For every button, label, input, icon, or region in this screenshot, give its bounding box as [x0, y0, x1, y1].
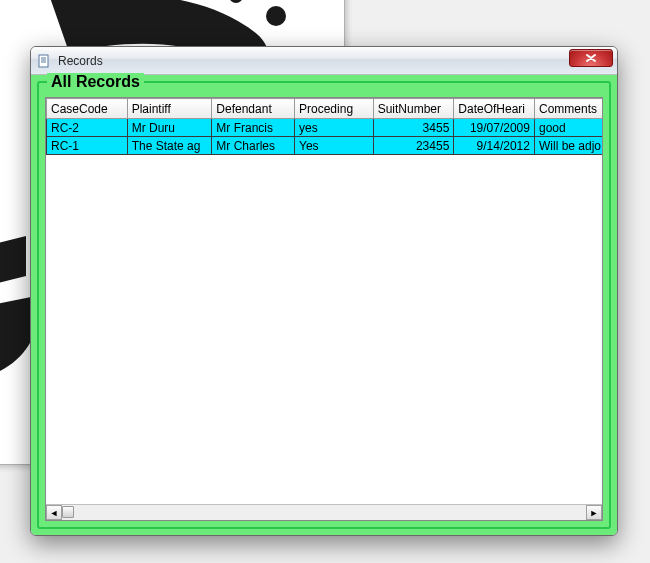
window-title: Records — [58, 54, 103, 68]
table-cell[interactable]: 9/14/2012 — [454, 137, 535, 155]
column-header[interactable]: Defendant — [212, 99, 295, 119]
table-cell[interactable]: The State ag — [127, 137, 212, 155]
table-cell[interactable]: Mr Duru — [127, 119, 212, 137]
table-cell[interactable]: Yes — [295, 137, 374, 155]
window-icon — [37, 53, 53, 69]
scroll-track[interactable] — [62, 505, 586, 520]
table-cell[interactable]: RC-1 — [47, 137, 128, 155]
scroll-left-button[interactable]: ◄ — [46, 505, 62, 520]
column-header[interactable]: DateOfHeari — [454, 99, 535, 119]
close-button[interactable] — [569, 49, 613, 67]
scroll-right-button[interactable]: ► — [586, 505, 602, 520]
column-header[interactable]: CaseCode — [47, 99, 128, 119]
records-grid[interactable]: CaseCodePlaintiffDefendantProcedingSuitN… — [45, 97, 603, 521]
client-area: All Records CaseCodePlaintiffDefendantPr… — [31, 75, 617, 535]
panel-legend: All Records — [47, 73, 144, 91]
table-cell[interactable]: good — [534, 119, 603, 137]
table-cell[interactable]: yes — [295, 119, 374, 137]
svg-point-1 — [229, 0, 243, 3]
table-cell[interactable]: 23455 — [373, 137, 454, 155]
column-header[interactable]: SuitNumber — [373, 99, 454, 119]
horizontal-scrollbar[interactable]: ◄ ► — [46, 504, 602, 520]
svg-rect-2 — [39, 55, 48, 67]
all-records-panel: All Records CaseCodePlaintiffDefendantPr… — [37, 81, 611, 529]
column-header[interactable]: Plaintiff — [127, 99, 212, 119]
svg-point-0 — [266, 6, 286, 26]
table-cell[interactable]: 19/07/2009 — [454, 119, 535, 137]
table-cell[interactable]: Mr Francis — [212, 119, 295, 137]
close-icon — [585, 53, 597, 63]
table-cell[interactable]: RC-2 — [47, 119, 128, 137]
column-header[interactable]: Comments — [534, 99, 603, 119]
table-row[interactable]: RC-2Mr DuruMr Francisyes345519/07/2009go… — [47, 119, 604, 137]
column-header[interactable]: Proceding — [295, 99, 374, 119]
table-cell[interactable]: Mr Charles — [212, 137, 295, 155]
titlebar[interactable]: Records — [31, 47, 617, 75]
table-row[interactable]: RC-1The State agMr CharlesYes234559/14/2… — [47, 137, 604, 155]
scroll-thumb[interactable] — [62, 506, 74, 518]
table-cell[interactable]: 3455 — [373, 119, 454, 137]
records-window: Records All Records CaseCodePlaintiffDef… — [30, 46, 618, 536]
table-cell[interactable]: Will be adjo — [534, 137, 603, 155]
